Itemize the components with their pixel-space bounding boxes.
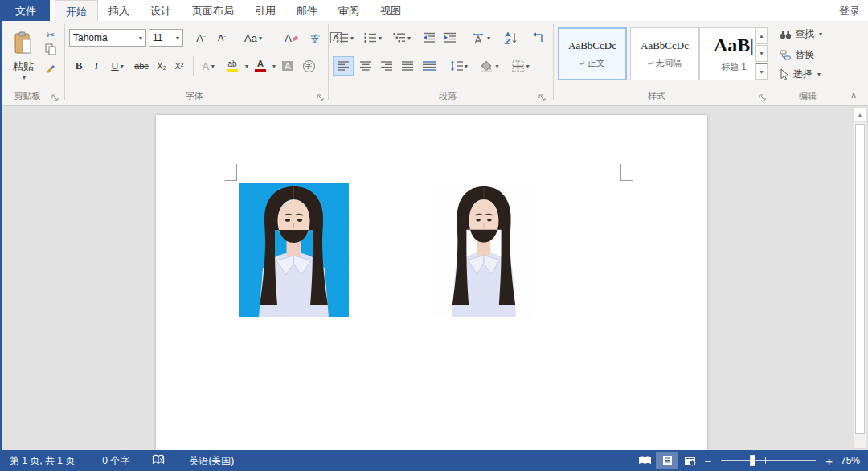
phonetic-guide-button[interactable]: wén 文 bbox=[305, 29, 325, 47]
select-label: 选择 bbox=[793, 68, 813, 81]
style-normal-preview: AaBbCcDc bbox=[568, 39, 616, 52]
strikethrough-button[interactable]: abc bbox=[131, 56, 152, 76]
align-right-button[interactable] bbox=[376, 56, 397, 76]
decrease-indent-button[interactable] bbox=[420, 29, 439, 47]
zoom-level-button[interactable]: 75% bbox=[836, 455, 868, 466]
subscript-button[interactable]: X₂ bbox=[153, 56, 170, 76]
paragraph-dialog-launcher-icon[interactable] bbox=[538, 91, 548, 100]
align-center-icon bbox=[360, 61, 371, 71]
bullets-button[interactable]: ▾ bbox=[333, 29, 357, 47]
grow-font-button[interactable]: Aˆ bbox=[191, 29, 211, 47]
numbering-dropdown-icon[interactable]: ▾ bbox=[379, 35, 382, 42]
zoom-slider-thumb[interactable] bbox=[750, 455, 755, 466]
tab-review[interactable]: 审阅 bbox=[328, 0, 370, 21]
word-count-status[interactable]: 0 个字 bbox=[94, 454, 137, 468]
numbering-button[interactable]: ▾ bbox=[360, 29, 386, 47]
style-no-spacing[interactable]: AaBbCcDc 无间隔 bbox=[630, 27, 699, 80]
select-dropdown-icon[interactable]: ▾ bbox=[817, 71, 821, 78]
copy-button[interactable] bbox=[42, 43, 59, 58]
collapse-ribbon-button[interactable]: ∧ bbox=[850, 90, 857, 100]
shading-button[interactable]: ▾ bbox=[476, 56, 503, 76]
underline-button[interactable]: U ▾ bbox=[105, 56, 129, 76]
tab-page-layout[interactable]: 页面布局 bbox=[182, 0, 244, 21]
tab-file[interactable]: 文件 bbox=[2, 0, 50, 21]
font-dialog-launcher-icon[interactable] bbox=[317, 91, 326, 100]
text-effects-button[interactable]: A ▾ bbox=[196, 56, 220, 76]
scrollbar-thumb[interactable] bbox=[855, 124, 865, 434]
tab-mailings[interactable]: 邮件 bbox=[286, 0, 328, 21]
superscript-button[interactable]: X² bbox=[170, 56, 188, 76]
character-shading-button[interactable]: A bbox=[278, 56, 297, 76]
font-size-dropdown-icon[interactable]: ▾ bbox=[176, 35, 179, 42]
shrink-font-button[interactable]: Aˇ bbox=[212, 29, 231, 47]
shading-dropdown-icon[interactable]: ▾ bbox=[495, 63, 498, 70]
line-spacing-button[interactable]: ▾ bbox=[445, 56, 473, 76]
tab-design[interactable]: 设计 bbox=[140, 0, 182, 21]
change-case-button[interactable]: Aa ▾ bbox=[238, 29, 268, 47]
replace-button[interactable]: 替换 bbox=[780, 48, 814, 62]
align-left-button[interactable] bbox=[333, 56, 354, 76]
find-button[interactable]: 查找 ▾ bbox=[780, 27, 822, 41]
scroll-up-button[interactable]: ▲ bbox=[854, 108, 866, 122]
text-highlight-dropdown-icon[interactable]: ▾ bbox=[244, 56, 250, 76]
styles-scroll-up-button[interactable]: ▲ bbox=[755, 27, 768, 44]
web-layout-button[interactable] bbox=[678, 452, 701, 469]
id-photo-blue-background[interactable] bbox=[239, 183, 349, 317]
asian-layout-button[interactable]: ▾ bbox=[466, 29, 495, 47]
font-color-dropdown-icon[interactable]: ▾ bbox=[271, 56, 277, 76]
zoom-out-button[interactable]: − bbox=[701, 455, 714, 467]
sort-button[interactable] bbox=[500, 29, 522, 47]
borders-icon bbox=[512, 60, 524, 72]
strikethrough-label: abc bbox=[134, 61, 149, 71]
font-color-button[interactable]: A bbox=[251, 56, 270, 76]
align-center-button[interactable] bbox=[355, 56, 376, 76]
binoculars-icon bbox=[780, 30, 792, 39]
multilevel-list-button[interactable]: ▾ bbox=[389, 29, 415, 47]
clear-formatting-button[interactable]: A bbox=[281, 29, 302, 47]
styles-more-button[interactable]: ▼ bbox=[755, 63, 768, 80]
text-highlight-button[interactable]: ab bbox=[222, 56, 243, 76]
bullets-dropdown-icon[interactable]: ▾ bbox=[350, 35, 354, 42]
distribute-button[interactable] bbox=[418, 56, 440, 76]
borders-button[interactable]: ▾ bbox=[506, 56, 535, 76]
tab-insert[interactable]: 插入 bbox=[98, 0, 140, 21]
change-case-label: Aa bbox=[244, 32, 257, 44]
tab-home[interactable]: 开始 bbox=[55, 0, 98, 21]
justify-button[interactable] bbox=[397, 56, 418, 76]
style-normal[interactable]: AaBbCcDc 正文 bbox=[558, 27, 627, 80]
paste-dropdown-icon[interactable]: ▾ bbox=[23, 74, 26, 81]
tab-view[interactable]: 视图 bbox=[370, 0, 411, 21]
tab-references[interactable]: 引用 bbox=[244, 0, 286, 21]
asian-layout-dropdown-icon[interactable]: ▾ bbox=[487, 35, 490, 42]
paste-button[interactable]: 粘贴 ▾ bbox=[6, 26, 40, 87]
vertical-scrollbar[interactable]: ▲ bbox=[854, 107, 866, 449]
select-button[interactable]: 选择 ▾ bbox=[780, 68, 821, 81]
cut-button[interactable]: ✂ bbox=[42, 27, 59, 42]
borders-dropdown-icon[interactable]: ▾ bbox=[526, 63, 529, 70]
enclose-characters-button[interactable]: 字 bbox=[299, 56, 318, 76]
sign-in-button[interactable]: 登录 bbox=[831, 0, 868, 21]
decrease-indent-icon bbox=[423, 32, 436, 43]
italic-button[interactable]: I bbox=[88, 56, 104, 76]
find-dropdown-icon[interactable]: ▾ bbox=[819, 31, 822, 38]
proofing-status-button[interactable] bbox=[144, 454, 173, 467]
read-mode-button[interactable] bbox=[633, 452, 656, 469]
font-size-combo[interactable]: 11 ▾ bbox=[149, 29, 183, 47]
id-photo-white-background[interactable] bbox=[433, 183, 534, 317]
zoom-in-button[interactable]: + bbox=[822, 455, 836, 467]
increase-indent-button[interactable] bbox=[440, 29, 460, 47]
bold-button[interactable]: B bbox=[71, 56, 87, 76]
print-layout-button[interactable] bbox=[656, 452, 678, 469]
page-number-status[interactable]: 第 1 页, 共 1 页 bbox=[2, 454, 83, 468]
styles-scroll-down-button[interactable]: ▼ bbox=[755, 45, 768, 62]
zoom-slider-track[interactable] bbox=[721, 460, 816, 461]
line-spacing-dropdown-icon[interactable]: ▾ bbox=[465, 63, 468, 70]
multilevel-list-dropdown-icon[interactable]: ▾ bbox=[407, 35, 411, 42]
styles-dialog-launcher-icon[interactable] bbox=[759, 91, 768, 100]
font-name-combo[interactable]: Tahoma ▾ bbox=[69, 29, 146, 47]
clipboard-dialog-launcher-icon[interactable] bbox=[51, 91, 61, 100]
show-hide-marks-button[interactable] bbox=[527, 29, 547, 47]
language-status[interactable]: 英语(美国) bbox=[181, 454, 242, 468]
font-name-dropdown-icon[interactable]: ▾ bbox=[139, 35, 142, 42]
format-painter-button[interactable] bbox=[42, 61, 59, 76]
